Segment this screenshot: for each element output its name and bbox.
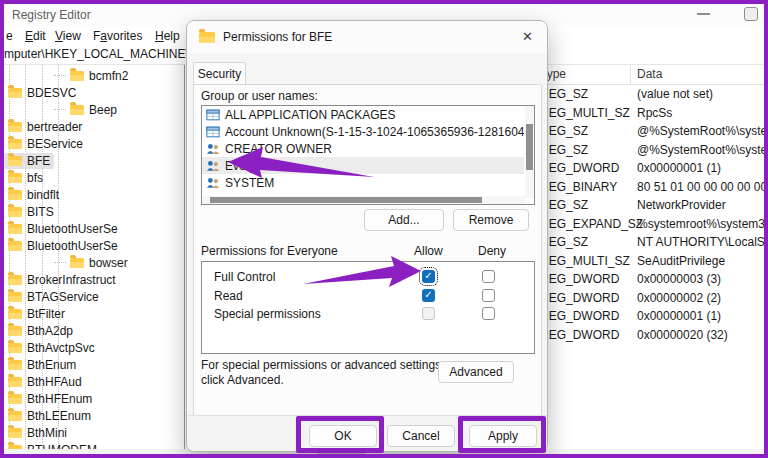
user-name: CREATOR OWNER [225,142,332,156]
tree-item[interactable]: > BthLEEnum [4,407,184,424]
tree-item[interactable]: > bertreader [4,118,184,135]
value-type: REG_MULTI_SZ [540,254,630,268]
tree-item[interactable]: > Beep [4,101,184,118]
tree-item[interactable]: > BDESVC [4,84,184,101]
tree-item-label: BEService [27,137,83,151]
folder-icon [8,139,22,149]
scrollbar-thumb[interactable] [526,124,533,170]
user-list-item[interactable]: Account Unknown(S-1-15-3-1024-1065365936… [202,123,524,140]
value-data: 0x00000001 (1) [637,309,764,323]
tree-item[interactable]: > BrokerInfrastruct [4,271,184,288]
user-name: SYSTEM [225,176,274,190]
allow-checkbox[interactable] [422,307,435,320]
tree-item-label: BthA2dp [27,324,73,338]
tree-item[interactable]: > bcmfn2 [4,67,184,84]
user-list-item[interactable]: SYSTEM [202,174,524,191]
panel-splitter[interactable] [184,65,185,454]
users-icon [206,176,220,190]
tree-item[interactable]: > BthHFEnum [4,390,184,407]
close-icon[interactable]: ✕ [522,29,533,44]
group-names-label: Group or user names: [201,89,318,103]
tree-item-label: BtFilter [27,307,65,321]
tree-item[interactable]: > BthEnum [4,356,184,373]
value-type: REG_DWORD [540,291,619,305]
maximize-icon[interactable] [744,7,758,21]
folder-icon [70,71,84,81]
tab-security[interactable]: Security [193,62,246,85]
menu-favorites[interactable]: Favorites [93,29,142,43]
user-name: ALL APPLICATION PACKAGES [225,108,396,122]
tree-item[interactable]: > BEService [4,135,184,152]
tree-item[interactable]: > bowser [4,254,184,271]
tree-item[interactable]: > BthA2dp [4,322,184,339]
tree-item-label: BthEnum [27,358,76,372]
value-data: %systemroot%\system32\ [637,217,764,231]
folder-icon [8,275,22,285]
scrollbar-thumb[interactable] [210,197,482,203]
folder-icon [8,394,22,404]
folder-icon [8,156,22,166]
tree-item-label: bcmfn2 [89,69,128,83]
permissions-for-label: Permissions for Everyone [201,244,338,258]
deny-checkbox[interactable] [482,270,495,283]
folder-icon [8,360,22,370]
tree-item[interactable]: > BTAGService [4,288,184,305]
column-separator[interactable] [630,65,631,84]
menu-file-partial[interactable]: e [6,29,13,43]
cancel-button[interactable]: Cancel [387,425,455,447]
tree-item-label: BthHFEnum [27,392,92,406]
remove-button[interactable]: Remove [453,209,529,231]
deny-checkbox[interactable] [482,307,495,320]
user-name: Account Unknown(S-1-15-3-1024-1065365936… [225,125,524,139]
value-data: 0x00000020 (32) [637,328,764,342]
menu-view[interactable]: View [55,29,81,43]
tree-item[interactable]: > BthMini [4,424,184,441]
user-list-item[interactable]: ALL APPLICATION PACKAGES [202,106,524,123]
deny-column-label: Deny [478,244,506,258]
deny-checkbox[interactable] [482,289,495,302]
tree-item[interactable]: > BluetoothUserSe [4,237,184,254]
permission-name: Full Control [214,270,275,284]
tree-item[interactable]: > BthHFAud [4,373,184,390]
tree-item[interactable]: > BITS [4,203,184,220]
group-user-list[interactable]: ALL APPLICATION PACKAGES Account Unknown… [201,105,535,205]
users-icon [206,142,220,156]
add-button[interactable]: Add... [364,209,444,231]
tree-item[interactable]: > BFE [4,152,184,169]
permission-name: Special permissions [214,307,321,321]
value-data: NetworkProvider [637,198,764,212]
tree-connector [54,262,66,263]
allow-checkbox[interactable]: ✓ [422,270,435,283]
tree-item[interactable]: > BtFilter [4,305,184,322]
window-title: Registry Editor [12,8,91,22]
tree-item-label: BrokerInfrastruct [27,273,116,287]
minimize-icon[interactable] [697,13,710,15]
value-type: REG_DWORD [540,272,619,286]
highlight-box-apply [458,416,546,453]
registry-editor-screen: Registry Editor e Edit View Favorites He… [0,0,768,458]
value-type: REG_DWORD [540,161,619,175]
tree-item[interactable]: > bindflt [4,186,184,203]
horizontal-scrollbar[interactable] [202,196,525,204]
tree-item[interactable]: > BthAvctpSvc [4,339,184,356]
value-type: REG_EXPAND_SZ [540,217,643,231]
folder-icon [8,173,22,183]
user-list-item[interactable]: Everyone [202,157,524,174]
advanced-button[interactable]: Advanced [438,361,514,383]
vertical-scrollbar[interactable] [525,106,534,198]
folder-icon [8,190,22,200]
tree-item-label: BluetoothUserSe [27,239,118,253]
menu-edit[interactable]: Edit [25,29,46,43]
dialog-titlebar: Permissions for BFE [187,21,547,53]
tree-item-label: BFE [27,154,50,168]
tree-item-label: bertreader [27,120,82,134]
highlight-box-ok [296,416,384,453]
folder-icon [70,105,84,115]
tree-item[interactable]: > bfs [4,169,184,186]
menu-help[interactable]: Help [155,29,180,43]
user-list-item[interactable]: CREATOR OWNER [202,140,524,157]
tree-item[interactable]: > BluetoothUserSe [4,220,184,237]
value-type: REG_MULTI_SZ [540,106,630,120]
column-header-data[interactable]: Data [637,67,662,81]
allow-checkbox[interactable]: ✓ [422,289,435,302]
